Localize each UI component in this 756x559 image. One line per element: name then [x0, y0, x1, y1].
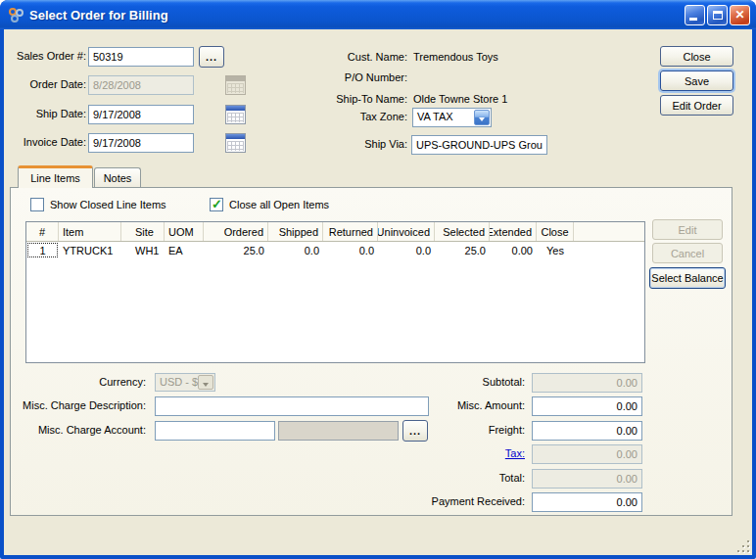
select-balance-button[interactable]: Select Balance: [649, 267, 726, 289]
order-date-label: Order Date:: [6, 78, 86, 90]
cust-name-value: Tremendous Toys: [413, 51, 498, 63]
column-header[interactable]: Close: [537, 222, 574, 241]
maximize-button[interactable]: [707, 5, 728, 25]
sales-order-browse-button[interactable]: ...: [199, 46, 224, 68]
column-header[interactable]: Item: [59, 222, 121, 241]
cust-name-label: Cust. Name:: [288, 51, 407, 63]
ship-via-input[interactable]: [411, 135, 547, 155]
dialog-body: Sales Order #: ... Order Date: Ship Date…: [4, 29, 752, 555]
close-all-open-items-label[interactable]: Close all Open Items: [229, 199, 329, 210]
sales-order-label: Sales Order #:: [6, 50, 86, 62]
invoice-date-input[interactable]: [88, 133, 194, 153]
column-header[interactable]: Shipped: [268, 222, 323, 241]
payment-received-label: Payment Received:: [334, 495, 525, 507]
dialog-select-order-for-billing: Select Order for Billing ✕ Sales Order #…: [0, 0, 756, 559]
table-cell[interactable]: 1: [26, 242, 59, 258]
misc-charge-description-label: Misc. Charge Description:: [11, 399, 146, 411]
currency-label: Currency:: [11, 376, 146, 388]
show-closed-line-items-checkbox[interactable]: ✓: [30, 198, 44, 211]
tax-link[interactable]: Tax:: [334, 447, 525, 459]
column-header[interactable]: Selected: [435, 222, 490, 241]
invoice-date-label: Invoice Date:: [6, 136, 86, 148]
ship-date-input[interactable]: [88, 105, 194, 124]
edit-order-button[interactable]: Edit Order: [660, 95, 733, 116]
edit-line-button: Edit: [652, 219, 723, 240]
window-title: Select Order for Billing: [29, 8, 685, 23]
chevron-down-icon[interactable]: [474, 110, 490, 125]
misc-charge-account-label: Misc. Charge Account:: [11, 424, 146, 436]
tax-zone-label: Tax Zone:: [288, 111, 407, 122]
column-header[interactable]: Extended: [490, 222, 537, 241]
minimize-button[interactable]: [685, 5, 705, 25]
close-window-button[interactable]: ✕: [730, 5, 750, 25]
line-items-body: 1YTRUCK1WH1EA25.00.00.00.025.00.00Yes: [26, 242, 644, 258]
tax-zone-value: VA TAX: [417, 111, 453, 122]
currency-value: USD - $: [160, 376, 198, 388]
ship-to-name-value: Olde Towne Store 1: [413, 93, 507, 105]
show-closed-line-items-label[interactable]: Show Closed Line Items: [50, 199, 166, 210]
line-items-header: #ItemSiteUOMOrderedShippedReturnedUninvo…: [26, 222, 644, 242]
chevron-down-icon: [198, 375, 213, 390]
misc-charge-account-input[interactable]: [155, 421, 275, 441]
misc-amount-input[interactable]: [532, 396, 642, 416]
cancel-line-button: Cancel: [652, 243, 723, 263]
table-cell[interactable]: 25.0: [204, 242, 268, 258]
ship-to-name-label: Ship-To Name:: [288, 93, 407, 105]
table-cell[interactable]: 0.0: [323, 242, 378, 258]
checkmark-icon: ✓: [212, 197, 222, 211]
column-header[interactable]: UOM: [165, 222, 204, 241]
order-date-calendar-icon: [225, 75, 246, 95]
close-icon: ✕: [731, 8, 749, 23]
title-bar[interactable]: Select Order for Billing ✕: [0, 0, 756, 29]
column-header[interactable]: Ordered: [204, 222, 268, 241]
save-button[interactable]: Save: [660, 70, 733, 91]
ship-date-label: Ship Date:: [6, 108, 86, 119]
tab-line-items[interactable]: Line Items: [18, 165, 93, 188]
misc-amount-label: Misc. Amount:: [334, 399, 525, 411]
subtotal-input: [532, 373, 642, 393]
total-label: Total:: [334, 472, 525, 484]
payment-received-input[interactable]: [532, 492, 642, 512]
freight-input[interactable]: [532, 421, 642, 441]
table-cell[interactable]: 25.0: [435, 242, 490, 258]
table-cell[interactable]: 0.0: [378, 242, 435, 258]
table-cell[interactable]: WH1: [121, 242, 165, 258]
resize-grip[interactable]: [736, 539, 749, 552]
tax-zone-select[interactable]: VA TAX: [412, 108, 492, 127]
sales-order-input[interactable]: [88, 47, 194, 67]
line-items-panel: ✓ Show Closed Line Items ✓ Close all Ope…: [10, 187, 732, 516]
ship-via-label: Ship Via:: [288, 138, 407, 150]
ship-date-calendar-icon[interactable]: [225, 105, 246, 124]
column-header[interactable]: #: [26, 222, 59, 241]
app-icon: [8, 7, 24, 23]
column-header[interactable]: Uninvoiced: [378, 222, 435, 241]
line-items-table[interactable]: #ItemSiteUOMOrderedShippedReturnedUninvo…: [25, 221, 645, 363]
table-cell[interactable]: Yes: [537, 242, 574, 258]
freight-label: Freight:: [334, 424, 525, 436]
total-input: [532, 469, 642, 489]
column-header[interactable]: Site: [121, 222, 165, 241]
maximize-icon: [713, 11, 723, 20]
minimize-icon: [689, 18, 697, 21]
subtotal-label: Subtotal:: [334, 376, 525, 388]
po-number-label: P/O Number:: [288, 71, 407, 83]
close-all-open-items-checkbox[interactable]: ✓: [210, 198, 223, 211]
table-cell[interactable]: 0.0: [268, 242, 323, 258]
table-cell[interactable]: 0.00: [490, 242, 537, 258]
column-header[interactable]: Returned: [323, 222, 378, 241]
table-cell[interactable]: EA: [165, 242, 204, 258]
currency-select: USD - $: [155, 373, 215, 392]
table-cell[interactable]: YTRUCK1: [59, 242, 121, 258]
table-row[interactable]: 1YTRUCK1WH1EA25.00.00.00.025.00.00Yes: [26, 242, 644, 258]
close-button[interactable]: Close: [660, 46, 733, 67]
order-date-input: [88, 75, 194, 95]
tax-input: [532, 444, 642, 464]
invoice-date-calendar-icon[interactable]: [225, 133, 246, 153]
tab-notes[interactable]: Notes: [94, 167, 141, 188]
